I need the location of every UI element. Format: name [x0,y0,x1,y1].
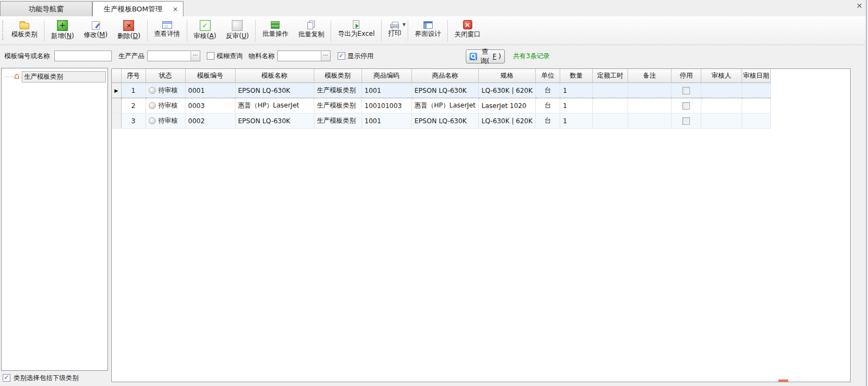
query-mnemonic: F [492,53,496,60]
toolbar-button-label: 反审(U) [226,32,249,40]
table-cell: 2 [121,98,145,113]
table-cell: 待审核 [145,98,185,113]
table-cell: 惠普（HP）LaserJet [411,98,479,113]
column-header[interactable]: 序号 [121,69,145,83]
audit-button[interactable]: 审核(A) [189,18,221,43]
table-cell: 1001 [362,113,411,129]
product-input[interactable] [148,51,191,61]
table-cell [593,83,628,98]
material-combo: ⋯ [277,50,331,61]
product-lookup-button[interactable]: ⋯ [191,51,200,61]
mnemonic-underline: A [209,32,213,40]
mnemonic-underline: U [242,32,246,40]
material-lookup-button[interactable]: ⋯ [321,51,330,61]
details-icon [162,21,172,29]
unaudit-button[interactable]: 反审(U) [221,18,254,43]
tab-function-nav[interactable]: 功能导航窗 [0,1,92,16]
table-cell: 0003 [185,98,235,113]
mnemonic-underline: N [67,32,72,40]
toolbar-separator [44,20,45,41]
print-button[interactable]: ▼打印 [383,18,406,43]
window-close-icon[interactable]: × [856,1,863,10]
table-cell: 1 [560,83,593,98]
batch-operate-button[interactable]: 批量操作 [257,18,293,43]
toolbar-grip-handle[interactable] [2,21,4,40]
column-header[interactable]: 商品名称 [411,69,479,83]
close-window-button[interactable]: 关闭窗口 [449,18,485,43]
tab-close-icon[interactable]: × [173,2,178,17]
fuzzy-search-checkbox[interactable] [207,52,214,60]
export-excel-button[interactable]: 导出为Excel [333,18,379,43]
edit-button[interactable]: 修改(M) [79,18,112,43]
filter-bar: 模板编号或名称 生产产品 ⋯ 模糊查询 物料名称 ⋯ 显示停用 查询(F) 共有… [0,48,868,64]
toolbar-buttons: 模板类别新增(N)修改(M)删除(D)查看详情审核(A)反审(U)批量操作批量复… [7,18,485,43]
column-header[interactable]: 规格 [479,69,536,83]
table-cell: 台 [536,98,560,113]
table-cell [593,98,628,113]
template-code-input[interactable] [54,50,112,61]
search-icon [470,53,477,60]
category-tree-panel: ⌂ 生产模板类别 [1,68,108,371]
toolbar-separator [255,20,256,41]
include-subcategory-checkbox[interactable] [3,374,10,382]
delete-button[interactable]: 删除(D) [112,18,145,43]
column-header[interactable]: 停用 [671,69,701,83]
design-icon [423,21,433,29]
status-pending-icon [149,117,156,124]
scroll-indicator [778,379,788,382]
batch-copy-button[interactable]: 批量复制 [293,18,329,43]
column-header[interactable]: 单位 [536,69,560,83]
toolbar-button-label: 导出为Excel [338,30,375,38]
table-cell [628,83,671,98]
template-category-button[interactable]: 模板类别 [7,18,42,43]
column-header[interactable]: 模板类别 [314,69,362,83]
table-row[interactable]: ▶1待审核0001EPSON LQ-630K生产模板类别1001EPSON LQ… [112,83,771,98]
mnemonic-underline: M [99,31,105,39]
toolbar-separator [447,20,448,41]
show-disabled-checkbox[interactable] [338,52,345,60]
table-cell: EPSON LQ-630K [235,83,314,98]
add-icon [57,20,68,31]
disabled-checkbox[interactable] [682,102,690,110]
product-label: 生产产品 [118,48,144,64]
table-cell [742,83,771,98]
column-header[interactable]: 模板编号 [185,69,235,83]
query-button[interactable]: 查询(F) [466,49,505,64]
column-header[interactable]: 状态 [145,69,185,83]
bom-table: 序号状态模板编号模板名称模板类别商品编码商品名称规格单位数量定额工时备注停用审核… [112,69,771,129]
material-name-label: 物料名称 [249,48,275,64]
column-header[interactable]: 审核人 [701,69,742,83]
tab-bom-management[interactable]: 生产模板BOM管理 × [92,1,183,16]
table-cell [701,113,742,129]
table-cell: 0002 [185,113,235,129]
disabled-checkbox[interactable] [682,117,690,125]
table-cell: EPSON LQ-630K [235,113,314,129]
tree-node-root[interactable]: ⌂ 生产模板类别 [2,71,107,82]
toolbar-separator [331,20,331,41]
tree-node-label[interactable]: 生产模板类别 [22,71,106,83]
material-input[interactable] [278,51,321,61]
add-button[interactable]: 新增(N) [46,18,79,43]
column-header[interactable]: 审核日期 [742,69,771,83]
row-indicator-cell [112,113,121,129]
table-cell: 1001 [362,83,411,98]
toolbar-button-label: 审核(A) [194,32,217,40]
view-details-button[interactable]: 查看详情 [149,18,185,43]
toolbar-separator [381,20,382,41]
query-button-label: 查询( [479,47,490,66]
table-row[interactable]: 3待审核0002EPSON LQ-630K生产模板类别1001EPSON LQ-… [112,113,771,129]
column-header[interactable]: 定额工时 [593,69,628,83]
table-cell: EPSON LQ-630K [411,83,479,98]
column-header[interactable]: 模板名称 [235,69,314,83]
disabled-checkbox[interactable] [682,87,690,94]
table-cell: 待审核 [145,83,185,98]
column-header[interactable]: 备注 [628,69,671,83]
table-row[interactable]: 2待审核0003惠普（HP）LaserJet生产模板类别100101003惠普（… [112,98,771,113]
ui-design-button[interactable]: 界面设计 [410,18,446,43]
column-header[interactable]: 商品编码 [362,69,411,83]
dropdown-arrow-icon[interactable]: ▼ [402,22,406,27]
column-header[interactable]: 数量 [560,69,593,83]
copy-icon [307,22,313,29]
include-subcategory-label: 类别选择包括下级类别 [14,374,79,383]
row-indicator-cell [112,98,121,113]
